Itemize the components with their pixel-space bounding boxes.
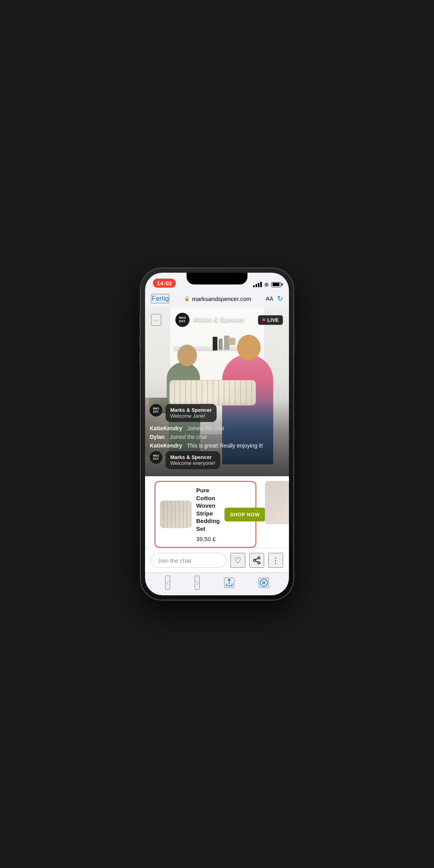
product-details: Pure Cotton Woven Stripe Bedding Set 39,…: [196, 486, 220, 542]
brand-name: Marks & Spencer: [193, 316, 245, 323]
screen-content: 14:02 ⊛ Fertig 🔒 marksandspencer.com: [145, 273, 289, 595]
brand-chat-bubble-5: Marks & Spencer Welcome everyone!: [166, 451, 220, 469]
battery-icon: [271, 282, 281, 287]
video-header: ← M&S EST. Marks & Spencer LIVE: [145, 307, 289, 332]
share-button[interactable]: [249, 553, 264, 568]
more-options-button[interactable]: ⋮: [268, 553, 283, 568]
chat-input[interactable]: Join the chat: [151, 553, 226, 568]
brand-avatar: M&S EST.: [175, 312, 190, 328]
below-video-section: Pure Cotton Woven Stripe Bedding Set 39,…: [145, 476, 289, 573]
brand-chat-bubble-1: Marks & Spencer Welcome Jane!: [166, 404, 217, 422]
live-label: LIVE: [267, 317, 279, 323]
home-indicator-area: [145, 592, 289, 595]
chat-inline-2: KatieKendry Joined the chat: [150, 425, 284, 431]
product-cards-row: Pure Cotton Woven Stripe Bedding Set 39,…: [145, 481, 289, 548]
brand-message-1: Welcome Jane!: [170, 413, 212, 419]
browser-done-button[interactable]: Fertig: [151, 294, 169, 303]
wifi-icon: ⊛: [264, 281, 269, 288]
video-area[interactable]: ← M&S EST. Marks & Spencer LIVE: [145, 307, 289, 476]
brand-sender-5: Marks & Spencer: [170, 454, 215, 460]
brand-sender-1: Marks & Spencer: [170, 407, 212, 413]
chat-message-5: M&SEST. Marks & Spencer Welcome everyone…: [150, 451, 284, 469]
chat-user-2: KatieKendry: [150, 425, 182, 431]
notch: [187, 273, 248, 284]
svg-point-1: [254, 559, 256, 562]
home-bar: [191, 595, 243, 596]
bottom-action-bar: Join the chat ♡ ⋮: [145, 548, 289, 573]
chat-action-2: Joined the chat: [187, 425, 224, 431]
svg-point-7: [263, 582, 265, 584]
status-time: 14:02: [153, 279, 176, 288]
chat-message-1: M&SEST. Marks & Spencer Welcome Jane!: [150, 404, 284, 422]
aa-button[interactable]: AA: [266, 295, 273, 302]
safari-toolbar: ‹ ›: [145, 573, 289, 592]
chat-inline-4: KatieKendry This is great! Really enjoyi…: [150, 442, 284, 449]
lock-icon: 🔒: [184, 296, 190, 301]
status-right-icons: ⊛: [253, 281, 281, 288]
product-price: 39,50 £: [196, 536, 220, 542]
product-card-2[interactable]: [265, 481, 289, 524]
live-badge: LIVE: [258, 315, 283, 325]
chat-overlay: M&SEST. Marks & Spencer Welcome Jane! Ka…: [145, 400, 289, 476]
product-thumbnail: [160, 501, 191, 528]
phone-frame: 14:02 ⊛ Fertig 🔒 marksandspencer.com: [140, 268, 294, 600]
browser-controls: AA ↻: [266, 294, 283, 303]
safari-compass-button[interactable]: [259, 578, 269, 588]
safari-back-button[interactable]: ‹: [165, 576, 170, 590]
brand-info: M&S EST. Marks & Spencer: [175, 312, 245, 328]
chat-action-3: Joined the chat: [169, 434, 207, 440]
chat-text-4: This is great! Really enjoying it!: [187, 442, 263, 449]
chat-user-4: KatieKendry: [150, 442, 182, 449]
main-content: ← M&S EST. Marks & Spencer LIVE: [145, 307, 289, 595]
chat-user-3: Dylan: [150, 434, 165, 440]
product-card[interactable]: Pure Cotton Woven Stripe Bedding Set 39,…: [154, 481, 256, 548]
safari-forward-button[interactable]: ›: [195, 576, 200, 590]
svg-point-2: [258, 562, 260, 564]
signal-icon: [253, 282, 262, 287]
shop-now-button[interactable]: SHOP NOW: [224, 508, 265, 521]
svg-point-0: [258, 557, 260, 559]
svg-line-3: [256, 561, 258, 562]
live-dot: [262, 318, 265, 321]
brand-message-5: Welcome everyone!: [170, 460, 215, 466]
phone-screen: 14:02 ⊛ Fertig 🔒 marksandspencer.com: [145, 273, 289, 595]
back-button[interactable]: ←: [151, 314, 161, 326]
brand-chat-avatar-5: M&SEST.: [150, 451, 162, 464]
product-name: Pure Cotton Woven Stripe Bedding Set: [196, 486, 220, 532]
brand-chat-avatar-1: M&SEST.: [150, 404, 162, 417]
browser-url-area: 🔒 marksandspencer.com: [184, 295, 251, 302]
chat-inline-3: Dylan Joined the chat: [150, 434, 284, 440]
heart-button[interactable]: ♡: [230, 553, 245, 568]
safari-share-button[interactable]: [224, 578, 234, 588]
svg-point-6: [260, 579, 267, 586]
reload-icon[interactable]: ↻: [277, 294, 283, 303]
chat-placeholder: Join the chat: [158, 557, 191, 564]
browser-bar: Fertig 🔒 marksandspencer.com AA ↻: [145, 290, 289, 307]
svg-line-4: [256, 558, 258, 560]
browser-url-text: marksandspencer.com: [192, 295, 251, 302]
